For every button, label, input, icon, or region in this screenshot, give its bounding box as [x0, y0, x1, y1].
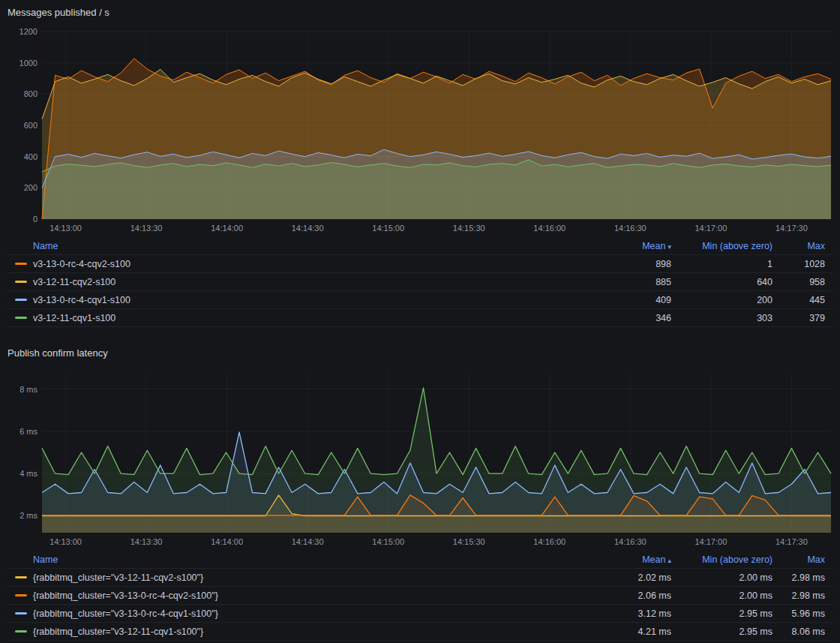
- series-name[interactable]: v3-13-0-rc-4-cqv2-s100: [33, 259, 130, 269]
- max-value: 8.06 ms: [772, 626, 825, 637]
- legend-row: {rabbitmq_cluster="v3-13-0-rc-4-cqv1-s10…: [6, 605, 834, 623]
- max-value: 379: [772, 313, 825, 323]
- min-value: 303: [671, 313, 772, 323]
- series-name[interactable]: v3-12-11-cqv2-s100: [33, 277, 116, 287]
- max-value: 1028: [772, 259, 825, 269]
- legend-header-min[interactable]: Min (above zero): [671, 241, 772, 251]
- messages-published-chart[interactable]: 02004006008001000120014:13:0014:13:3014:…: [6, 32, 834, 236]
- x-axis-tick-label: 14:14:00: [200, 537, 254, 546]
- legend-row: v3-13-0-rc-4-cqv2-s100 898 1 1028: [6, 255, 834, 273]
- series-color-swatch[interactable]: [15, 317, 27, 319]
- legend-header-name[interactable]: Name: [15, 241, 587, 251]
- max-value: 2.98 ms: [772, 590, 825, 601]
- x-axis-tick-label: 14:17:00: [684, 537, 738, 546]
- mean-value: 3.12 ms: [587, 608, 671, 619]
- series-name[interactable]: {rabbitmq_cluster="v3-12-11-cqv2-s100"}: [33, 572, 203, 583]
- y-axis-tick-label: 400: [6, 152, 38, 162]
- legend-header-max[interactable]: Max: [772, 241, 825, 251]
- series-name[interactable]: {rabbitmq_cluster="v3-12-11-cqv1-s100"}: [33, 626, 203, 637]
- series-color-swatch[interactable]: [15, 612, 27, 614]
- legend-header-min[interactable]: Min (above zero): [671, 554, 772, 565]
- max-value: 958: [772, 277, 825, 287]
- legend-row: v3-13-0-rc-4-cqv1-s100 409 200 445: [6, 291, 834, 309]
- x-axis-tick-label: 14:14:30: [280, 224, 334, 233]
- x-axis-tick-label: 14:16:30: [603, 224, 657, 233]
- publish-confirm-latency-chart[interactable]: 2 ms4 ms6 ms8 ms14:13:0014:13:3014:14:00…: [6, 372, 834, 549]
- max-value: 5.96 ms: [772, 608, 825, 619]
- y-axis-tick-label: 600: [6, 120, 38, 131]
- x-axis-tick-label: 14:15:30: [442, 537, 496, 546]
- x-axis-tick-label: 14:13:30: [119, 224, 173, 233]
- mean-value: 409: [587, 295, 671, 305]
- x-axis-tick-label: 14:17:30: [764, 224, 818, 233]
- plot-area[interactable]: [42, 32, 831, 219]
- min-value: 640: [671, 277, 772, 287]
- legend-header-row: Name Mean▴ Min (above zero) Max: [6, 551, 834, 569]
- series-name[interactable]: v3-13-0-rc-4-cqv1-s100: [33, 295, 130, 305]
- max-value: 445: [772, 295, 825, 305]
- y-axis-tick-label: 1200: [6, 26, 38, 37]
- series-color-swatch[interactable]: [15, 576, 27, 578]
- series-color-swatch[interactable]: [15, 299, 27, 301]
- panel-title[interactable]: Publish confirm latency: [6, 347, 834, 360]
- legend-row: {rabbitmq_cluster="v3-12-11-cqv2-s100"} …: [6, 569, 834, 587]
- x-axis-tick-label: 14:15:00: [362, 537, 416, 546]
- y-axis-tick-label: 0: [6, 214, 38, 224]
- x-axis-tick-label: 14:15:00: [362, 224, 416, 233]
- legend-table: Name Mean▾ Min (above zero) Max v3-13-0-…: [6, 237, 834, 327]
- min-value: 2.95 ms: [671, 608, 772, 619]
- legend-header-name[interactable]: Name: [15, 554, 587, 565]
- min-value: 200: [671, 295, 772, 305]
- y-axis-tick-label: 6 ms: [6, 426, 38, 437]
- x-axis-tick-label: 14:16:00: [523, 224, 577, 233]
- legend-header-mean[interactable]: Mean▾: [587, 241, 671, 251]
- min-value: 1: [671, 259, 772, 269]
- legend-header-mean[interactable]: Mean▴: [587, 554, 671, 565]
- min-value: 2.00 ms: [671, 590, 772, 601]
- legend-table: Name Mean▴ Min (above zero) Max {rabbitm…: [6, 551, 834, 641]
- legend-row: {rabbitmq_cluster="v3-12-11-cqv1-s100"} …: [6, 623, 834, 641]
- legend-row: v3-12-11-cqv2-s100 885 640 958: [6, 273, 834, 291]
- min-value: 2.95 ms: [671, 626, 772, 637]
- series-name[interactable]: v3-12-11-cqv1-s100: [33, 313, 116, 323]
- panel-title[interactable]: Messages published / s: [6, 6, 834, 20]
- mean-value: 898: [587, 259, 671, 269]
- x-axis-tick-label: 14:16:00: [523, 537, 577, 546]
- mean-value: 346: [587, 313, 671, 323]
- y-axis-tick-label: 4 ms: [6, 468, 38, 479]
- legend-header-max[interactable]: Max: [772, 554, 825, 565]
- panel-publish-confirm-latency: Publish confirm latency 2 ms4 ms6 ms8 ms…: [6, 347, 834, 641]
- series-color-swatch[interactable]: [15, 281, 27, 283]
- panel-messages-published: Messages published / s 02004006008001000…: [6, 6, 834, 327]
- legend-row: {rabbitmq_cluster="v3-13-0-rc-4-cqv2-s10…: [6, 587, 834, 605]
- y-axis-tick-label: 800: [6, 89, 38, 99]
- series-area-fill: [42, 388, 831, 533]
- mean-value: 2.06 ms: [587, 590, 671, 601]
- y-axis-tick-label: 200: [6, 182, 38, 193]
- x-axis-tick-label: 14:15:30: [442, 224, 496, 233]
- series-color-swatch[interactable]: [15, 630, 27, 632]
- series-color-swatch[interactable]: [15, 594, 27, 596]
- min-value: 2.00 ms: [671, 572, 772, 583]
- x-axis-tick-label: 14:13:30: [119, 537, 173, 546]
- y-axis-tick-label: 1000: [6, 58, 38, 68]
- plot-area[interactable]: [42, 372, 831, 533]
- series-color-swatch[interactable]: [15, 263, 27, 265]
- mean-value: 4.21 ms: [587, 626, 671, 637]
- mean-value: 2.02 ms: [587, 572, 671, 583]
- x-axis-tick-label: 14:14:00: [200, 224, 254, 233]
- max-value: 2.98 ms: [772, 572, 825, 583]
- x-axis-tick-label: 14:13:00: [39, 537, 93, 546]
- x-axis-tick-label: 14:14:30: [280, 537, 334, 546]
- legend-row: v3-12-11-cqv1-s100 346 303 379: [6, 309, 834, 327]
- x-axis-tick-label: 14:13:00: [39, 224, 93, 233]
- mean-value: 885: [587, 277, 671, 287]
- series-name[interactable]: {rabbitmq_cluster="v3-13-0-rc-4-cqv2-s10…: [33, 590, 218, 601]
- series-name[interactable]: {rabbitmq_cluster="v3-13-0-rc-4-cqv1-s10…: [33, 608, 218, 619]
- x-axis-tick-label: 14:16:30: [603, 537, 657, 546]
- mean-header-label: Mean: [642, 241, 665, 251]
- y-axis-tick-label: 2 ms: [6, 510, 38, 521]
- series-area-fill: [42, 160, 831, 219]
- x-axis-tick-label: 14:17:30: [764, 537, 818, 546]
- mean-header-label: Mean: [642, 554, 665, 565]
